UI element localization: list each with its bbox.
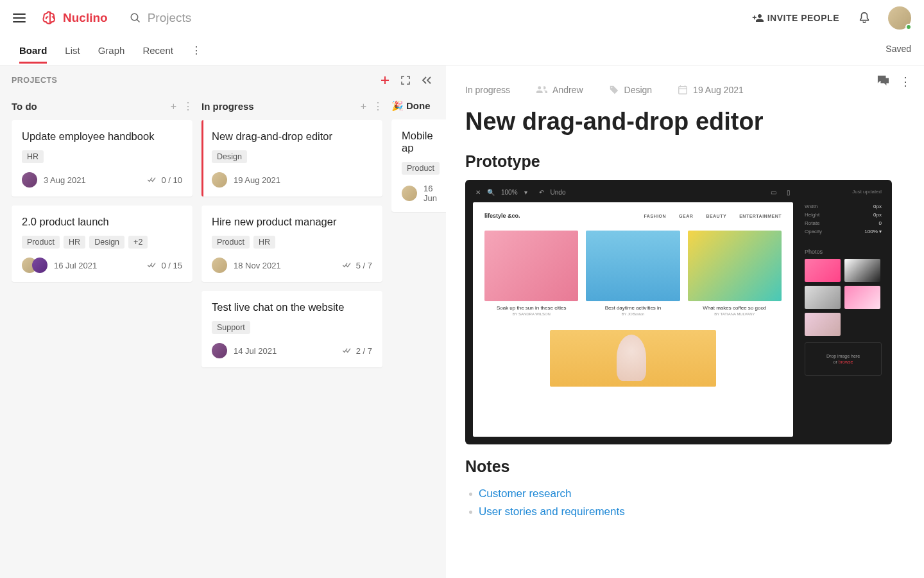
proto-nav-item[interactable]: FASHION [644, 214, 666, 218]
board-card[interactable]: Hire new product managerProductHR18 Nov … [201, 206, 382, 282]
meta-assignee[interactable]: Andrew [536, 85, 583, 95]
proto-nav-item[interactable]: BEAUTY [706, 214, 726, 218]
note-link[interactable]: User stories and requirements [479, 505, 625, 518]
note-item: User stories and requirements [469, 503, 892, 521]
card-title: 2.0 product launch [22, 216, 182, 228]
card-tag: Product [402, 162, 440, 175]
invite-icon [752, 13, 764, 23]
proto-close-icon[interactable]: ✕ [475, 189, 481, 196]
expand-icon[interactable] [398, 73, 413, 87]
online-indicator [905, 24, 912, 30]
card-date: 16 Jun [424, 184, 445, 203]
proto-grid-item[interactable]: Best daytime activities inBY JOBoston [586, 231, 680, 316]
add-icon[interactable] [378, 73, 392, 87]
photo-thumb[interactable] [805, 313, 841, 336]
view-tabs: Board List Graph Recent ⋮ Saved [0, 36, 924, 66]
proto-prop-row[interactable]: Width0px [805, 202, 882, 211]
card-date: 14 Jul 2021 [234, 346, 336, 356]
photo-thumb[interactable] [805, 259, 841, 282]
proto-undo[interactable]: Undo [551, 189, 566, 196]
assignee-avatar [402, 186, 417, 201]
card-date: 19 Aug 2021 [234, 175, 372, 185]
column-add-icon[interactable]: + [167, 101, 180, 112]
meta-tag[interactable]: Design [609, 85, 653, 95]
card-tag: Support [212, 321, 250, 334]
meta-date[interactable]: 19 Aug 2021 [678, 85, 744, 95]
board-card[interactable]: New drag-and-drop editorDesign19 Aug 202… [201, 120, 382, 197]
column-title: In progress [201, 101, 357, 112]
site-brand: lifestyle &co. [484, 213, 520, 219]
collapse-icon[interactable] [419, 74, 434, 87]
card-tag: HR [253, 236, 275, 249]
invite-button[interactable]: INVITE PEOPLE [752, 13, 839, 23]
board-title: PROJECTS [12, 76, 372, 85]
proto-search-icon[interactable]: 🔍 [487, 189, 495, 196]
tab-recent[interactable]: Recent [142, 37, 173, 64]
tab-board[interactable]: Board [19, 37, 47, 64]
card-tag: Design [89, 236, 124, 249]
board-panel: PROJECTS To do+⋮Update employee handbook… [0, 66, 446, 578]
tabs-more-icon[interactable]: ⋮ [191, 44, 201, 57]
proto-nav-item[interactable]: GEAR [679, 214, 693, 218]
photo-thumb[interactable] [844, 259, 880, 282]
heading-prototype: Prototype [465, 152, 892, 171]
note-link[interactable]: Customer research [479, 487, 572, 500]
user-avatar[interactable] [888, 6, 911, 30]
card-tag: +2 [128, 236, 148, 249]
drop-zone[interactable]: Drop image here or browse [805, 342, 882, 376]
device-mobile-icon[interactable]: ▯ [787, 189, 791, 196]
svg-rect-2 [679, 87, 687, 94]
card-progress: 2 / 7 [342, 346, 372, 356]
notifications-icon[interactable] [859, 12, 870, 24]
search[interactable]: Projects [130, 11, 192, 25]
brain-icon [41, 9, 59, 27]
proto-grid-item[interactable]: Soak up the sun in these citiesBY SANDRA… [484, 231, 578, 316]
card-date: 18 Nov 2021 [234, 261, 336, 270]
logo[interactable]: Nuclino [41, 9, 108, 27]
proto-nav-item[interactable]: ENTERTAINMENT [739, 214, 782, 218]
doc-title[interactable]: New drag-and-drop editor [465, 108, 892, 136]
proto-zoom[interactable]: 100% [501, 189, 518, 196]
proto-grid-item[interactable]: What makes coffee so goodBY TATIANA MULV… [688, 231, 782, 316]
device-desktop-icon[interactable]: ▭ [771, 189, 776, 196]
topbar: Nuclino Projects INVITE PEOPLE [0, 0, 924, 36]
saved-indicator: Saved [886, 44, 911, 54]
document-panel: ⋮ In progress Andrew Design 19 Aug 2021 … [446, 66, 924, 578]
column-more-icon[interactable]: ⋮ [370, 100, 386, 112]
assignee-avatar [212, 258, 227, 273]
menu-icon[interactable] [13, 13, 26, 22]
board-card[interactable]: Mobile apProduct16 Jun [391, 119, 446, 212]
photo-thumb[interactable] [844, 286, 880, 309]
tab-graph[interactable]: Graph [98, 37, 125, 64]
card-title: New drag-and-drop editor [212, 130, 372, 143]
card-tag: HR [22, 150, 44, 163]
prototype-embed[interactable]: ✕ 🔍 100% ▾ ↶ Undo ▭ ▯ lifestyle &co. FA [465, 180, 892, 444]
comments-icon[interactable] [877, 74, 889, 89]
proto-prop-row[interactable]: Opacity100% ▾ [805, 227, 882, 236]
photos-label: Photos [805, 249, 882, 255]
column-title: To do [12, 101, 167, 112]
board-card[interactable]: 2.0 product launchProductHRDesign+216 Ju… [12, 206, 193, 282]
card-progress: 0 / 10 [147, 175, 182, 185]
doc-more-icon[interactable]: ⋮ [900, 74, 911, 89]
photo-thumb[interactable] [805, 286, 841, 309]
card-date: 3 Aug 2021 [44, 175, 141, 185]
proto-prop-row[interactable]: Height0px [805, 211, 882, 219]
meta-status[interactable]: In progress [465, 85, 510, 95]
card-tag: HR [64, 236, 85, 249]
board-card[interactable]: Test live chat on the websiteSupport14 J… [201, 291, 382, 367]
assignee-avatar [212, 343, 227, 358]
svg-line-1 [137, 19, 139, 22]
hero-image [550, 330, 716, 387]
board-card[interactable]: Update employee handbookHR3 Aug 20210 / … [12, 120, 193, 197]
search-icon [130, 12, 141, 24]
card-title: Update employee handbook [22, 130, 182, 143]
proto-canvas[interactable]: lifestyle &co. FASHIONGEARBEAUTYENTERTAI… [473, 202, 793, 437]
tab-list[interactable]: List [65, 37, 80, 64]
calendar-icon [678, 85, 688, 95]
assignee-avatar [32, 258, 47, 273]
card-tag: Product [22, 236, 60, 249]
proto-prop-row[interactable]: Rotate0 [805, 219, 882, 227]
column-add-icon[interactable]: + [357, 101, 370, 112]
column-more-icon[interactable]: ⋮ [180, 100, 196, 112]
